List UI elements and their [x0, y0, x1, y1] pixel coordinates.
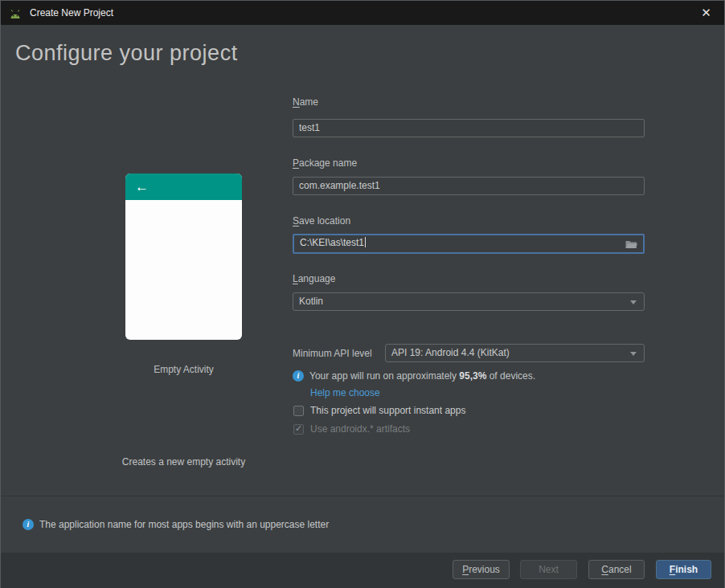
text-caret [365, 237, 366, 247]
page-title: Configure your project [15, 41, 238, 66]
save-location-input[interactable]: C:\KEI\as\test1 [293, 234, 645, 254]
instant-apps-row: This project will support instant apps [293, 405, 465, 416]
androidx-row: Use androidx.* artifacts [293, 423, 410, 435]
chevron-down-icon [630, 352, 637, 356]
api-coverage-info: i Your app will run on approximately 95,… [293, 370, 535, 382]
finish-button[interactable]: Finish [656, 560, 711, 579]
title-bar: Create New Project ✕ [1, 1, 724, 25]
next-button: Next [520, 560, 577, 579]
package-name-input[interactable]: com.example.test1 [293, 177, 645, 195]
cancel-button[interactable]: Cancel [588, 560, 645, 579]
name-value: test1 [299, 122, 320, 133]
folder-browse-icon[interactable] [625, 239, 637, 254]
window-title: Create New Project [30, 7, 113, 18]
min-api-dropdown[interactable]: API 19: Android 4.4 (KitKat) [385, 344, 645, 362]
save-location-label: Save location [293, 215, 350, 227]
name-label: Name [293, 96, 318, 108]
package-name-label: Package name [293, 157, 357, 169]
back-arrow-icon: ← [135, 180, 149, 194]
android-icon [8, 8, 23, 18]
language-label: Language [293, 273, 335, 284]
info-icon: i [293, 370, 304, 382]
instant-apps-checkbox[interactable] [293, 406, 304, 416]
name-input[interactable]: test1 [293, 119, 645, 137]
min-api-label: Minimum API level [293, 348, 372, 359]
api-coverage-percent: 95,3% [459, 370, 486, 382]
language-dropdown[interactable]: Kotlin [293, 292, 645, 311]
help-me-choose-link[interactable]: Help me choose [310, 387, 380, 398]
template-name: Empty Activity [113, 364, 254, 375]
min-api-value: API 19: Android 4.4 (KitKat) [391, 347, 510, 358]
template-description: Creates a new empty activity [85, 456, 282, 468]
androidx-label: Use androidx.* artifacts [310, 423, 410, 435]
divider [1, 496, 724, 496]
validation-hint-text: The application name for most apps begin… [39, 519, 329, 530]
create-new-project-dialog: Create New Project ✕ Configure your proj… [0, 0, 725, 588]
instant-apps-label: This project will support instant apps [310, 405, 465, 416]
androidx-checkbox [293, 424, 304, 435]
save-location-value: C:\KEI\as\test1 [300, 237, 364, 248]
preview-appbar: ← [125, 174, 242, 200]
template-preview: ← [125, 174, 242, 340]
language-value: Kotlin [299, 296, 323, 307]
info-icon: i [23, 519, 34, 530]
previous-button[interactable]: Previous [453, 560, 510, 579]
api-coverage-suffix: of devices. [486, 370, 535, 382]
close-icon[interactable]: ✕ [688, 1, 724, 25]
validation-hint: i The application name for most apps beg… [23, 519, 329, 530]
api-coverage-text: Your app will run on approximately [309, 370, 459, 382]
package-name-value: com.example.test1 [299, 180, 380, 191]
chevron-down-icon [630, 300, 637, 304]
